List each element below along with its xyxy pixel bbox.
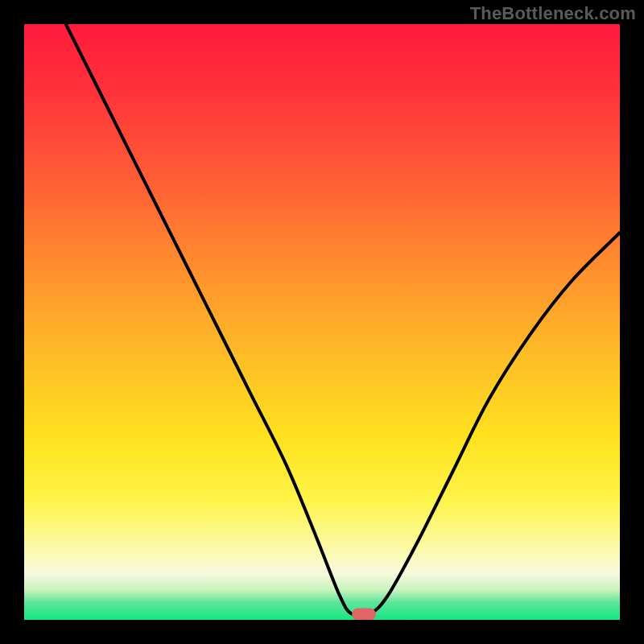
curve-svg <box>24 24 620 620</box>
bottleneck-curve <box>66 24 620 616</box>
chart-frame: TheBottleneck.com <box>0 0 644 644</box>
plot-area <box>24 24 620 620</box>
trough-marker <box>352 608 376 620</box>
watermark-text: TheBottleneck.com <box>470 3 636 24</box>
